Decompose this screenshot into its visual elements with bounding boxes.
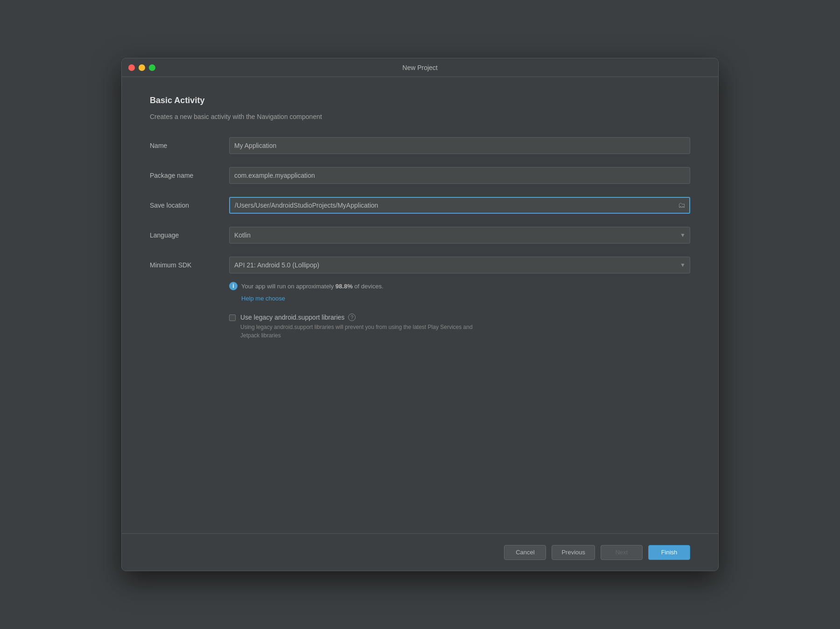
minimum-sdk-row: Minimum SDK API 21: Android 5.0 (Lollipo… <box>150 257 690 273</box>
titlebar: New Project <box>122 58 718 77</box>
footer: Cancel Previous Next Finish <box>122 533 718 571</box>
form-area: Name Package name Save location 🗂 Langua… <box>150 137 690 519</box>
language-select[interactable]: Kotlin Java <box>229 227 690 244</box>
page-title: Basic Activity <box>150 96 690 105</box>
save-location-input[interactable] <box>229 197 690 214</box>
minimize-button[interactable] <box>139 64 145 71</box>
checkbox-label-area: Use legacy android.support libraries ? U… <box>240 314 474 340</box>
help-link[interactable]: Help me choose <box>241 295 285 302</box>
minimum-sdk-label: Minimum SDK <box>150 261 229 269</box>
maximize-button[interactable] <box>149 64 155 71</box>
save-location-input-wrapper: 🗂 <box>229 197 690 214</box>
sdk-info-percentage: 98.8% <box>336 283 353 290</box>
legacy-checkbox[interactable] <box>229 314 236 321</box>
cancel-button[interactable]: Cancel <box>504 545 546 560</box>
save-location-row: Save location 🗂 <box>150 197 690 214</box>
minimum-sdk-select[interactable]: API 21: Android 5.0 (Lollipop) <box>229 257 690 273</box>
finish-button[interactable]: Finish <box>648 545 690 560</box>
dialog-content: Basic Activity Creates a new basic activ… <box>122 77 718 533</box>
info-icon: i <box>229 282 238 290</box>
name-input[interactable] <box>229 137 690 154</box>
next-button[interactable]: Next <box>601 545 643 560</box>
page-description: Creates a new basic activity with the Na… <box>150 113 690 120</box>
checkbox-main-label: Use legacy android.support libraries ? <box>240 314 474 321</box>
save-location-label: Save location <box>150 202 229 209</box>
window-controls <box>128 64 155 71</box>
legacy-help-icon[interactable]: ? <box>348 314 356 321</box>
window-title: New Project <box>402 64 437 71</box>
close-button[interactable] <box>128 64 135 71</box>
sdk-info-text: Your app will run on approximately 98.8%… <box>241 283 384 290</box>
main-window: New Project Basic Activity Creates a new… <box>121 58 719 571</box>
legacy-checkbox-sublabel: Using legacy android.support libraries w… <box>240 323 474 340</box>
language-row: Language Kotlin Java ▼ <box>150 227 690 244</box>
package-name-input[interactable] <box>229 167 690 184</box>
package-name-label: Package name <box>150 172 229 179</box>
sdk-info-text-after: of devices. <box>353 283 384 290</box>
minimum-sdk-select-wrapper: API 21: Android 5.0 (Lollipop) ▼ <box>229 257 690 273</box>
legacy-checkbox-label: Use legacy android.support libraries <box>240 314 344 321</box>
sdk-info-section: i Your app will run on approximately 98.… <box>229 282 690 302</box>
language-select-wrapper: Kotlin Java ▼ <box>229 227 690 244</box>
help-question-mark: ? <box>350 314 353 320</box>
language-label: Language <box>150 231 229 239</box>
sdk-info-text-before: Your app will run on approximately <box>241 283 336 290</box>
name-label: Name <box>150 142 229 149</box>
package-name-row: Package name <box>150 167 690 184</box>
name-row: Name <box>150 137 690 154</box>
sdk-info-row: i Your app will run on approximately 98.… <box>229 282 690 290</box>
previous-button[interactable]: Previous <box>552 545 595 560</box>
folder-icon[interactable]: 🗂 <box>678 201 686 210</box>
legacy-checkbox-row: Use legacy android.support libraries ? U… <box>229 314 690 340</box>
